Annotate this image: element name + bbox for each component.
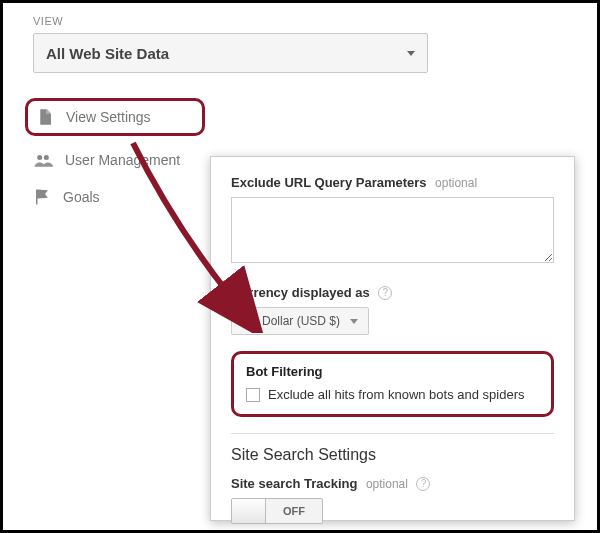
exclude-query-textarea[interactable] (231, 197, 554, 263)
sidebar-item-label: Goals (63, 189, 100, 205)
site-search-section-title: Site Search Settings (231, 446, 554, 464)
toggle-handle (232, 499, 266, 523)
bot-filtering-title: Bot Filtering (246, 364, 539, 379)
view-label: VIEW (33, 15, 63, 27)
help-icon[interactable]: ? (378, 286, 392, 300)
currency-label: Currency displayed as (231, 285, 370, 300)
currency-dropdown[interactable]: US Dollar (USD $) (231, 307, 369, 335)
sidebar-item-label: User Management (65, 152, 180, 168)
svg-point-1 (44, 155, 49, 160)
exclude-query-field: Exclude URL Query Parameters optional (231, 173, 554, 267)
divider (231, 433, 554, 434)
caret-down-icon (407, 51, 415, 56)
sidebar: View Settings User Management Goals (25, 98, 205, 216)
sidebar-item-label: View Settings (66, 109, 151, 125)
site-search-tracking-field: Site search Tracking optional ? OFF (231, 474, 554, 527)
bot-filtering-checkbox[interactable] (246, 388, 260, 402)
sidebar-item-view-settings[interactable]: View Settings (25, 98, 205, 136)
bot-filtering-row[interactable]: Exclude all hits from known bots and spi… (246, 387, 539, 402)
bot-filtering-checkbox-label: Exclude all hits from known bots and spi… (268, 387, 525, 402)
currency-field: Currency displayed as ? US Dollar (USD $… (231, 283, 554, 335)
settings-panel: Exclude URL Query Parameters optional Cu… (210, 156, 575, 521)
sidebar-item-goals[interactable]: Goals (25, 178, 205, 216)
site-search-toggle[interactable]: OFF (231, 498, 323, 524)
help-icon[interactable]: ? (416, 477, 430, 491)
bot-filtering-section: Bot Filtering Exclude all hits from know… (231, 351, 554, 417)
optional-hint: optional (366, 477, 408, 491)
users-icon (33, 152, 53, 168)
exclude-query-label: Exclude URL Query Parameters (231, 175, 427, 190)
toggle-state-label: OFF (266, 499, 322, 523)
sidebar-item-user-management[interactable]: User Management (25, 142, 205, 178)
view-dropdown[interactable]: All Web Site Data (33, 33, 428, 73)
view-dropdown-value: All Web Site Data (46, 45, 169, 62)
page-icon (36, 108, 54, 126)
flag-icon (33, 188, 51, 206)
currency-dropdown-value: US Dollar (USD $) (242, 314, 340, 328)
svg-point-0 (37, 155, 42, 160)
site-search-tracking-label: Site search Tracking (231, 476, 357, 491)
optional-hint: optional (435, 176, 477, 190)
caret-down-icon (350, 319, 358, 324)
